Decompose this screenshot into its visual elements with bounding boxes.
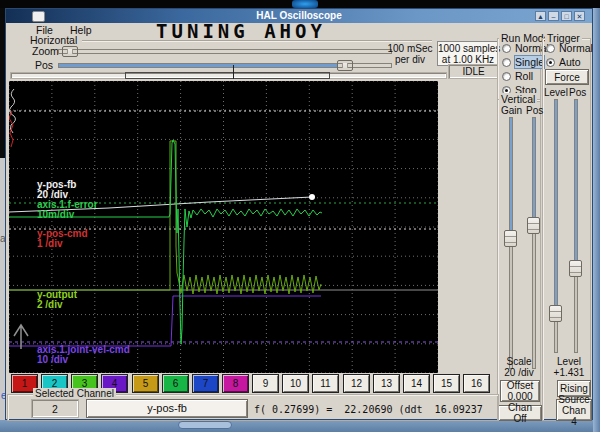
sample-marker [309, 194, 315, 200]
timebase-caption: 100 mSec [387, 43, 433, 54]
close-button[interactable]: ✕ [574, 11, 585, 21]
radio-icon[interactable] [502, 58, 511, 67]
channel-button-8[interactable]: 8 [222, 374, 249, 393]
selected-channel-number: 2 [52, 403, 58, 415]
scale-value: 20 /div [497, 367, 541, 378]
zoom-slider[interactable] [58, 49, 392, 54]
run-mode-roll[interactable]: Roll [502, 70, 533, 82]
cursor-readout: f( 0.27699) = 22.20690 (ddt 16.09237 [254, 404, 499, 415]
status-box: IDLE [448, 64, 499, 79]
pos-label: Pos [35, 59, 53, 71]
pos-slider-handle[interactable] [337, 60, 353, 71]
vertical-gain-label: Gain [501, 105, 522, 116]
vertical-pos-handle[interactable] [527, 217, 540, 234]
halscope-window: HAL Oscilloscope ▲ – □ ✕ File Help TUNIN… [5, 8, 593, 420]
background-scrollbar[interactable] [178, 421, 232, 429]
channel-button-9[interactable]: 9 [252, 374, 279, 393]
selected-channel-number-box: 2 [31, 399, 79, 418]
scope-display[interactable]: y-pos-fb20 /divaxis.1.f-error10m/divy-po… [9, 81, 438, 373]
minimize-button[interactable]: – [548, 11, 559, 21]
vertical-group-label: Vertical [499, 93, 537, 105]
radio-icon[interactable] [502, 44, 511, 53]
vertical-pos-slider[interactable] [532, 117, 536, 369]
trigger-pos-label: Pos [569, 87, 586, 98]
trigger-pos-slider[interactable] [574, 99, 578, 353]
channel-button-10[interactable]: 10 [282, 374, 309, 393]
trigger-auto[interactable]: Auto [546, 56, 581, 68]
horizontal-frame-line [82, 40, 432, 41]
selected-channel-label: Selected Channel [33, 388, 116, 399]
channel-button-15[interactable]: 15 [433, 374, 460, 393]
scope-channel-label: y-pos-cmd1 /div [37, 229, 88, 249]
trigger-level-label: Level [544, 87, 568, 98]
channel-button-5[interactable]: 5 [132, 374, 159, 393]
page-title: TUNING AHOY [136, 20, 346, 42]
vertical-pos-label: Pos [526, 105, 543, 116]
cursor-arrow [14, 325, 28, 349]
gain-slider-handle[interactable] [504, 230, 517, 247]
radio-icon[interactable] [546, 58, 555, 67]
trigger-level-handle[interactable] [549, 305, 562, 322]
channel-button-12[interactable]: 12 [343, 374, 370, 393]
scope-channel-label: axis.1.f-error10m/div [37, 200, 98, 220]
channel-button-13[interactable]: 13 [373, 374, 400, 393]
samples-box[interactable]: 1000 samples at 1.00 KHz [437, 41, 499, 66]
level-caption: Level [547, 356, 591, 367]
radio-icon[interactable] [546, 44, 555, 53]
zoom-label: Zoom [32, 45, 59, 57]
rollup-button[interactable]: ▲ [535, 11, 546, 21]
channel-button-16[interactable]: 16 [463, 374, 490, 393]
samples-line1: 1000 samples [438, 43, 498, 54]
scope-channel-label: axis.1.joint-vel-cmd10 /div [37, 345, 130, 365]
level-value: +1.431 [547, 367, 591, 378]
scale-caption: Scale [497, 356, 541, 367]
trigger-normal[interactable]: Normal [546, 42, 593, 54]
zoom-slider-handle[interactable] [62, 46, 78, 57]
channel-button-6[interactable]: 6 [162, 374, 189, 393]
channel-button-7[interactable]: 7 [192, 374, 219, 393]
channel-button-11[interactable]: 11 [312, 374, 339, 393]
force-button[interactable]: Force [545, 69, 589, 85]
capture-trigger-tick [233, 65, 234, 79]
window-frame-right [593, 8, 600, 432]
scope-channel-label: y-output2 /div [37, 290, 77, 310]
trigger-pos-handle[interactable] [569, 260, 582, 277]
desktop-glow [292, 0, 318, 8]
scope-channel-label: y-pos-fb20 /div [37, 180, 76, 200]
trace-y-pos-cmd [9, 111, 13, 147]
timebase-caption2: per div [387, 54, 433, 65]
scope-canvas[interactable] [9, 81, 438, 373]
status-text: IDLE [462, 66, 484, 77]
channel-button-14[interactable]: 14 [403, 374, 430, 393]
selected-channel-name-button[interactable]: y-pos-fb [86, 399, 248, 418]
radio-icon[interactable] [502, 72, 511, 81]
offset-button[interactable]: Offset 0.000 [500, 380, 540, 402]
capture-window-box[interactable] [125, 72, 330, 79]
run-mode-single[interactable]: Single [502, 56, 544, 68]
maximize-button[interactable]: □ [561, 11, 572, 21]
chan-off-button[interactable]: Chan Off [498, 405, 542, 421]
source-button[interactable]: Source Chan 4 [556, 399, 592, 421]
